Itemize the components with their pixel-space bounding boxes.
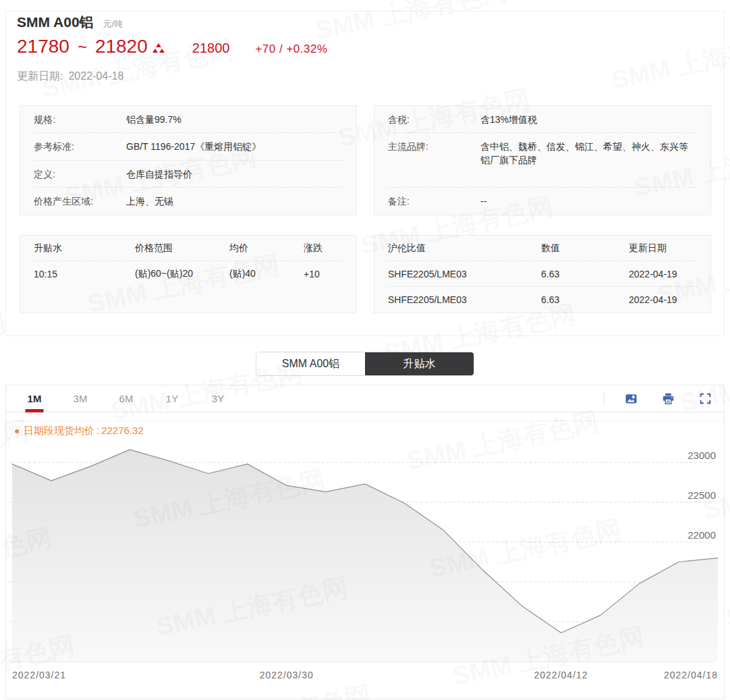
- spec-value: GB/T 1196-2017《重熔用铝锭》: [126, 140, 261, 153]
- table-row: SHFE2205/LME03 6.63 2022-04-19: [388, 287, 697, 313]
- column-header: 升贴水: [34, 242, 135, 254]
- spec-label: 参考标准:: [34, 140, 126, 153]
- spec-value: 铝含量99.7%: [126, 113, 181, 126]
- brand-value: 含中铝、魏桥、信发、锦江、希望、神火、东兴等铝厂旗下品牌: [480, 140, 697, 167]
- series-switch-tabs: SMM A00铝 升贴水: [256, 352, 474, 376]
- table-cell: 10:15: [34, 269, 135, 279]
- price-high: 21820: [95, 36, 148, 57]
- table-cell: 2022-04-19: [629, 269, 697, 279]
- column-header: 价格范围: [135, 242, 229, 254]
- update-date-label: 更新日期:: [17, 70, 63, 82]
- table-cell: SHFE2205/LME03: [388, 294, 541, 305]
- spec-value: 上海、无锡: [126, 194, 173, 208]
- table-cell: SHFE2205/LME03: [388, 269, 541, 279]
- update-date-value: 2022-04-18: [68, 70, 123, 82]
- shfe-lme-ratio-table: 沪伦比值 数值 更新日期 SHFE2205/LME03 6.63 2022-04…: [374, 235, 711, 313]
- column-header: 数值: [541, 242, 629, 254]
- price-summary-card: SMM A00铝 元/吨 21780 ~ 21820 21800 +70 / +…: [5, 11, 725, 336]
- price-low: 21780: [17, 36, 69, 57]
- note-value: --: [480, 194, 486, 208]
- tab-premium-discount[interactable]: 升贴水: [365, 352, 474, 375]
- price-chart-card: 1M 3M 6M 1Y 3Y: [5, 385, 725, 699]
- tab-smm-a00-al[interactable]: SMM A00铝: [256, 352, 365, 375]
- svg-text:2022/04/18: 2022/04/18: [664, 670, 718, 680]
- brand-label: 主流品牌:: [388, 140, 480, 153]
- svg-text:2022/03/30: 2022/03/30: [260, 670, 314, 680]
- spec-label: 定义:: [34, 167, 126, 181]
- table-cell: (贴)40: [229, 268, 304, 280]
- price-range-tilde: ~: [78, 38, 87, 57]
- price-row: 21780 ~ 21820 21800 +70 / +0.32%: [17, 36, 328, 57]
- svg-text:2022/04/12: 2022/04/12: [534, 670, 588, 680]
- spec-row: 规格: 铝含量99.7%: [34, 106, 343, 133]
- column-header: 涨跌: [304, 242, 343, 254]
- table-cell: 2022-04-19: [629, 294, 697, 305]
- tables-row: 升贴水 价格范围 均价 涨跌 10:15 (贴)60~(贴)20 (贴)40 +…: [20, 235, 711, 313]
- table-row: SHFE2205/LME03 6.63 2022-04-19: [388, 261, 697, 287]
- table-cell: 6.63: [541, 294, 629, 305]
- chart-legend[interactable]: 日期段现货均价:22276.32: [15, 425, 144, 437]
- spec-row: 定义: 仓库自提指导价: [34, 161, 343, 188]
- brand-row: 主流品牌: 含中铝、魏桥、信发、锦江、希望、神火、东兴等铝厂旗下品牌: [388, 133, 697, 188]
- note-label: 备注:: [388, 194, 480, 208]
- table-cell: (贴)60~(贴)20: [135, 268, 229, 280]
- table-row: 10:15 (贴)60~(贴)20 (贴)40 +10: [34, 261, 343, 287]
- table-header-row: 沪伦比值 数值 更新日期: [388, 236, 697, 261]
- info-boxes-row: 规格: 铝含量99.7% 参考标准: GB/T 1196-2017《重熔用铝锭》…: [20, 105, 711, 215]
- tax-value: 含13%增值税: [480, 113, 537, 126]
- premium-discount-table: 升贴水 价格范围 均价 涨跌 10:15 (贴)60~(贴)20 (贴)40 +…: [20, 235, 357, 313]
- spec-value: 仓库自提指导价: [126, 167, 192, 181]
- smm-price-page: SMM A00铝 元/吨 21780 ~ 21820 21800 +70 / +…: [0, 0, 730, 700]
- spec-row: 价格产生区域: 上海、无锡: [34, 188, 343, 215]
- table-header-row: 升贴水 价格范围 均价 涨跌: [34, 236, 343, 261]
- page-title: SMM A00铝: [17, 13, 94, 32]
- tax-row: 含税: 含13%增值税: [388, 106, 697, 133]
- legend-dot-icon: [15, 429, 19, 433]
- title-row: SMM A00铝 元/吨: [17, 13, 123, 32]
- note-row: 备注: --: [388, 188, 697, 215]
- spec-label: 价格产生区域:: [34, 194, 126, 208]
- tax-brand-box: 含税: 含13%增值税 主流品牌: 含中铝、魏桥、信发、锦江、希望、神火、东兴等…: [374, 105, 711, 215]
- spec-box: 规格: 铝含量99.7% 参考标准: GB/T 1196-2017《重熔用铝锭》…: [20, 105, 357, 215]
- spec-label: 规格:: [34, 113, 126, 126]
- tax-label: 含税:: [388, 113, 480, 126]
- column-header: 更新日期: [629, 242, 697, 254]
- svg-text:22500: 22500: [687, 489, 716, 501]
- column-header: 均价: [229, 242, 304, 254]
- update-date-row: 更新日期:2022-04-18: [17, 70, 123, 84]
- svg-text:2022/03/21: 2022/03/21: [12, 670, 66, 680]
- price-up-triangles-icon: [152, 43, 165, 53]
- spec-row: 参考标准: GB/T 1196-2017《重熔用铝锭》: [34, 133, 343, 161]
- legend-text: 日期段现货均价:22276.32: [24, 425, 144, 437]
- table-cell: 6.63: [541, 269, 629, 279]
- price-average: 21800: [192, 41, 230, 56]
- price-change: +70 / +0.32%: [255, 43, 327, 56]
- svg-text:22000: 22000: [687, 529, 716, 541]
- price-unit: 元/吨: [103, 18, 123, 30]
- table-cell: +10: [304, 269, 343, 279]
- column-header: 沪伦比值: [388, 242, 541, 254]
- svg-text:23000: 23000: [687, 450, 716, 461]
